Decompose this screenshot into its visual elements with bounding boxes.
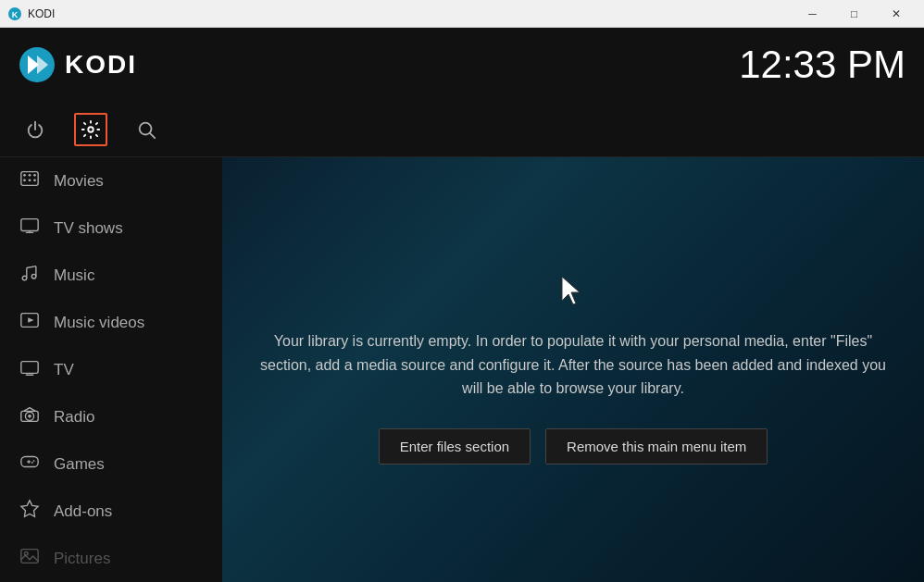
sidebar-item-tv[interactable]: TV: [0, 346, 222, 393]
svg-point-33: [33, 460, 35, 462]
main-content: Your library is currently empty. In orde…: [222, 157, 924, 582]
sidebar-label-music-videos: Music videos: [54, 314, 144, 332]
svg-point-9: [23, 174, 26, 177]
sidebar-label-add-ons: Add-ons: [54, 502, 112, 521]
settings-icon: [81, 119, 101, 140]
svg-rect-15: [21, 219, 38, 231]
app-icon: K: [7, 6, 22, 21]
library-empty-message: Your library is currently empty. In orde…: [259, 329, 887, 401]
svg-point-14: [33, 179, 36, 181]
sidebar-item-tv-shows[interactable]: TV shows: [0, 204, 222, 252]
window-title: KODI: [28, 7, 55, 20]
clock-display: 12:33 PM: [739, 43, 905, 87]
power-icon: [25, 119, 45, 140]
add-ons-icon: [19, 499, 41, 524]
kodi-brand-text: KODI: [65, 50, 137, 80]
settings-button[interactable]: [74, 113, 107, 146]
svg-marker-24: [28, 317, 33, 323]
movies-icon: [19, 168, 41, 193]
svg-point-10: [29, 174, 31, 177]
content-area: Movies TV shows: [0, 157, 924, 582]
sidebar-item-radio[interactable]: Radio: [0, 393, 222, 440]
power-button[interactable]: [19, 113, 52, 146]
tv-shows-icon: [19, 216, 41, 241]
svg-point-5: [88, 127, 94, 132]
sidebar-item-games[interactable]: Games: [0, 440, 222, 488]
sidebar-label-movies: Movies: [54, 172, 104, 191]
minimize-button[interactable]: ─: [792, 0, 833, 28]
app-container: KODI 12:33 PM: [0, 28, 924, 582]
sidebar-label-tv-shows: TV shows: [54, 219, 123, 238]
sub-header: [0, 102, 924, 157]
music-videos-icon: [19, 310, 41, 335]
pictures-icon: [19, 546, 41, 571]
tv-icon: [19, 357, 41, 382]
sidebar: Movies TV shows: [0, 157, 222, 582]
sidebar-item-music-videos[interactable]: Music videos: [0, 299, 222, 346]
svg-point-12: [23, 179, 26, 181]
svg-marker-37: [562, 277, 580, 304]
svg-text:K: K: [12, 10, 19, 19]
enter-files-section-button[interactable]: Enter files section: [379, 428, 531, 464]
search-button[interactable]: [130, 113, 163, 146]
header-logo: KODI: [19, 46, 137, 83]
window-controls: ─ □ ✕: [792, 0, 917, 28]
maximize-button[interactable]: □: [833, 0, 875, 28]
cursor-indicator: [559, 275, 587, 311]
sidebar-label-music: Music: [54, 266, 94, 285]
remove-menu-item-button[interactable]: Remove this main menu item: [545, 428, 768, 464]
cursor-icon: [559, 275, 587, 307]
svg-point-13: [29, 179, 31, 181]
sidebar-item-pictures[interactable]: Pictures: [0, 535, 222, 582]
title-bar-left: K KODI: [7, 6, 55, 21]
svg-point-34: [31, 462, 33, 464]
svg-rect-8: [21, 172, 38, 186]
games-icon: [19, 452, 41, 477]
sidebar-item-music[interactable]: Music: [0, 252, 222, 299]
music-icon: [19, 263, 41, 288]
sidebar-label-tv: TV: [54, 361, 74, 379]
action-buttons: Enter files section Remove this main men…: [379, 428, 768, 464]
sidebar-label-pictures: Pictures: [54, 550, 110, 568]
sidebar-label-radio: Radio: [54, 408, 94, 427]
sidebar-label-games: Games: [54, 455, 105, 474]
radio-icon: [19, 404, 41, 429]
search-icon: [136, 119, 156, 140]
svg-rect-25: [21, 362, 38, 374]
title-bar: K KODI ─ □ ✕: [0, 0, 924, 28]
svg-point-28: [28, 415, 31, 418]
kodi-logo-icon: [19, 46, 56, 83]
app-header: KODI 12:33 PM: [0, 28, 924, 102]
svg-point-11: [33, 174, 36, 177]
sidebar-item-movies[interactable]: Movies: [0, 157, 222, 204]
svg-line-7: [150, 133, 155, 138]
close-button[interactable]: ✕: [875, 0, 917, 28]
svg-line-22: [27, 266, 36, 268]
sidebar-item-add-ons[interactable]: Add-ons: [0, 488, 222, 535]
svg-point-18: [22, 276, 27, 280]
